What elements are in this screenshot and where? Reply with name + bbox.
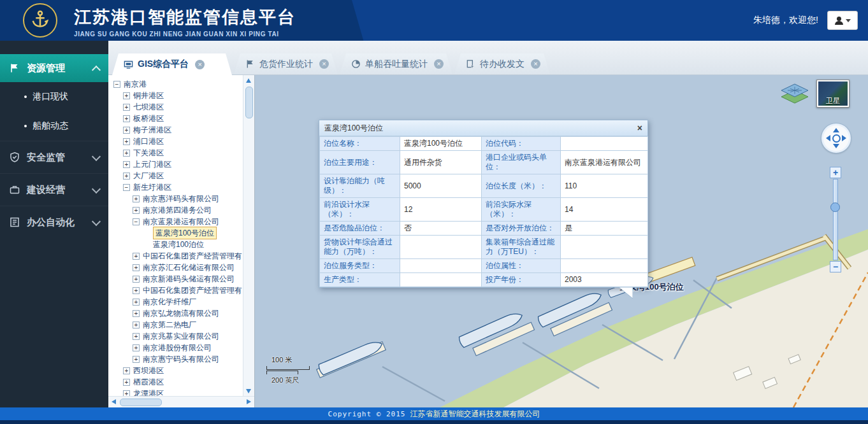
- close-icon[interactable]: [434, 59, 444, 69]
- close-icon[interactable]: [637, 120, 642, 136]
- scroll-up-icon[interactable]: [246, 78, 251, 83]
- tree-item-label[interactable]: 下关港区: [133, 147, 164, 159]
- expand-icon[interactable]: [123, 115, 130, 122]
- expand-icon[interactable]: [133, 276, 140, 283]
- close-icon[interactable]: [195, 60, 205, 69]
- tree-item[interactable]: 南京港第四港务公司: [108, 204, 243, 216]
- tree-item-label[interactable]: 龙潭港区: [133, 388, 164, 397]
- tree-item-label[interactable]: 南京惠洋码头有限公司: [143, 193, 219, 204]
- expand-icon[interactable]: [133, 195, 140, 202]
- tree-item-label[interactable]: 南京化学纤维厂: [143, 296, 196, 307]
- zoom-out-button[interactable]: [830, 261, 841, 272]
- tree-item[interactable]: 中国石化集团资产经营管理有: [108, 250, 243, 262]
- expand-icon[interactable]: [123, 92, 130, 99]
- expand-icon[interactable]: [133, 344, 140, 351]
- scrollbar-thumb[interactable]: [120, 399, 162, 406]
- tree-item-label[interactable]: 南京兆基实业有限公司: [143, 330, 219, 342]
- tab-gis-platform[interactable]: GIS综合平台: [112, 53, 232, 75]
- tree-item-label[interactable]: 七坝港区: [133, 101, 164, 113]
- expand-icon[interactable]: [133, 333, 140, 340]
- close-icon[interactable]: [319, 59, 329, 69]
- tree-item-label[interactable]: 新生圩港区: [133, 181, 171, 193]
- expand-icon[interactable]: [133, 322, 140, 329]
- scroll-down-icon[interactable]: [246, 389, 251, 393]
- expand-icon[interactable]: [133, 287, 140, 294]
- expand-icon[interactable]: [133, 253, 140, 260]
- tree-item[interactable]: 南京港: [108, 78, 243, 90]
- expand-icon[interactable]: [123, 138, 130, 145]
- tree-item[interactable]: 新生圩港区: [108, 181, 243, 193]
- tree-item-label[interactable]: 栖霞港区: [133, 376, 164, 388]
- tree-item[interactable]: 南京弘龙物流有限公司: [108, 307, 243, 319]
- tree-item[interactable]: 南京惠洋码头有限公司: [108, 193, 243, 204]
- tree-item[interactable]: 南京第二热电厂: [108, 319, 243, 330]
- vertical-scrollbar[interactable]: [243, 75, 254, 397]
- tab-ship-throughput-stats[interactable]: 单船吞吐量统计: [340, 53, 452, 74]
- expand-icon[interactable]: [133, 207, 140, 214]
- tree-item[interactable]: 七坝港区: [108, 101, 243, 113]
- close-icon[interactable]: [531, 59, 540, 69]
- scrollbar-thumb[interactable]: [245, 87, 253, 118]
- expand-icon[interactable]: [123, 127, 130, 134]
- pan-left-arrow[interactable]: [826, 135, 830, 141]
- expand-icon[interactable]: [123, 379, 130, 386]
- tree-item-label[interactable]: 南京港股份有限公司: [143, 342, 212, 353]
- zoom-slider-track[interactable]: [833, 179, 838, 260]
- tree-item-label[interactable]: 南京港: [124, 78, 147, 90]
- expand-icon[interactable]: [133, 264, 140, 271]
- expand-icon[interactable]: [133, 310, 140, 317]
- map-canvas[interactable]: 蓝泉湾100号泊位 蓝泉湾100号泊位 泊位名称： 蓝泉湾100号泊位 泊位代码…: [255, 75, 868, 407]
- expand-icon[interactable]: [123, 173, 130, 180]
- pan-control[interactable]: [821, 124, 851, 153]
- sidebar-item-ship-dynamics[interactable]: 船舶动态: [0, 111, 108, 141]
- tree-item-label[interactable]: 南京港第四港务公司: [143, 204, 212, 216]
- scroll-right-icon[interactable]: [247, 399, 251, 404]
- tree-item[interactable]: 中国石化集团资产经营管理有: [108, 285, 243, 296]
- zoom-in-button[interactable]: [830, 167, 841, 178]
- tree-item[interactable]: 南京惠宁码头有限公司: [108, 353, 243, 365]
- collapse-icon[interactable]: [133, 218, 140, 225]
- expand-icon[interactable]: [123, 367, 130, 374]
- collapse-icon[interactable]: [113, 81, 120, 88]
- tree-item[interactable]: 大厂港区: [108, 170, 243, 181]
- zoom-slider-handle[interactable]: [830, 202, 840, 212]
- satellite-toggle-button[interactable]: 卫星: [816, 80, 850, 108]
- tree-item-label[interactable]: 梅子洲港区: [133, 124, 171, 136]
- tree-item-label[interactable]: 蓝泉湾100号泊位: [153, 227, 217, 239]
- tree-item[interactable]: 南京新港码头储运有限公司: [108, 273, 243, 285]
- tree-item[interactable]: 板桥港区: [108, 113, 243, 124]
- tree-item-label[interactable]: 铜井港区: [133, 90, 164, 101]
- expand-icon[interactable]: [123, 104, 130, 111]
- pan-up-arrow[interactable]: [833, 128, 839, 132]
- tree-item-label[interactable]: 中国石化集团资产经营管理有: [143, 285, 242, 296]
- tree-item-label[interactable]: 上元门港区: [133, 159, 171, 170]
- sidebar-item-office-automation[interactable]: 办公自动化: [0, 206, 108, 238]
- tree-item-label[interactable]: 西坝港区: [133, 365, 164, 376]
- tab-dangerous-cargo-stats[interactable]: 危货作业统计: [234, 53, 338, 74]
- tree-item-label[interactable]: 南京新港码头储运有限公司: [143, 273, 235, 285]
- expand-icon[interactable]: [123, 161, 130, 168]
- tab-pending-documents[interactable]: 待办收发文: [454, 53, 550, 74]
- expand-icon[interactable]: [133, 356, 140, 363]
- tree-item[interactable]: 栖霞港区: [108, 376, 243, 388]
- sidebar-item-construction[interactable]: 建设经营: [0, 173, 108, 206]
- tree-item-label[interactable]: 板桥港区: [133, 113, 164, 124]
- sidebar-item-safety-supervision[interactable]: 安全监管: [0, 141, 108, 173]
- layers-icon[interactable]: [779, 83, 811, 107]
- tree-item[interactable]: 南京化学纤维厂: [108, 296, 243, 307]
- tree-item[interactable]: 铜井港区: [108, 90, 243, 101]
- tree-item[interactable]: 梅子洲港区: [108, 124, 243, 136]
- tree-item-label[interactable]: 中国石化集团资产经营管理有: [143, 250, 242, 262]
- tree-item-label[interactable]: 南京惠宁码头有限公司: [143, 353, 219, 365]
- expand-icon[interactable]: [133, 299, 140, 306]
- expand-icon[interactable]: [123, 150, 130, 157]
- sidebar-item-resource-mgmt[interactable]: 资源管理: [0, 54, 108, 82]
- sidebar-item-port-status[interactable]: 港口现状: [0, 82, 108, 111]
- tree-item[interactable]: 西坝港区: [108, 365, 243, 376]
- pan-right-arrow[interactable]: [842, 135, 846, 141]
- tree-item[interactable]: 南京苏汇石化储运有限公司: [108, 262, 243, 273]
- tree-item-selected[interactable]: 蓝泉湾100号泊位: [108, 227, 243, 239]
- tree-item[interactable]: 南京兆基实业有限公司: [108, 330, 243, 342]
- tree-item[interactable]: 下关港区: [108, 147, 243, 159]
- tree-item[interactable]: 浦口港区: [108, 136, 243, 147]
